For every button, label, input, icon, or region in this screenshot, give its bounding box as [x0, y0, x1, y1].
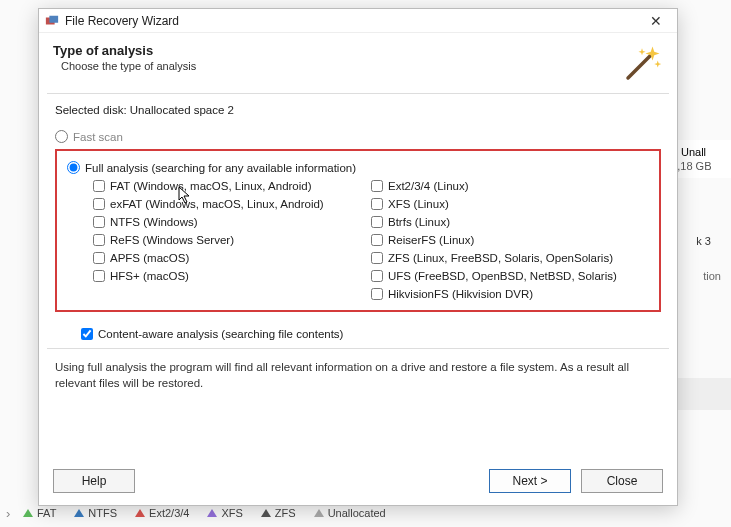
fs-label-hikvision: HikvisionFS (Hikvision DVR): [388, 288, 533, 300]
legend-unallocated: Unallocated: [314, 507, 386, 519]
fs-input-zfs[interactable]: [371, 252, 383, 264]
fs-input-ntfs[interactable]: [93, 216, 105, 228]
svg-marker-5: [639, 48, 646, 55]
wizard-content: Selected disk: Unallocated space 2 Fast …: [39, 94, 677, 459]
fs-checkbox-ext[interactable]: Ext2/3/4 (Linux): [371, 180, 649, 192]
fs-input-apfs[interactable]: [93, 252, 105, 264]
legend-xfs: XFS: [207, 507, 242, 519]
window-title: File Recovery Wizard: [65, 14, 641, 28]
svg-line-2: [628, 55, 651, 78]
content-divider: [47, 348, 669, 349]
fs-input-xfs[interactable]: [371, 198, 383, 210]
fs-checkbox-hikvision[interactable]: HikvisionFS (Hikvision DVR): [371, 288, 649, 300]
expand-caret-icon[interactable]: ›: [6, 506, 10, 521]
fs-label-ext: Ext2/3/4 (Linux): [388, 180, 469, 192]
app-icon: [45, 14, 59, 28]
fs-label-btrfs: Btrfs (Linux): [388, 216, 450, 228]
info-text: Using full analysis the program will fin…: [55, 359, 661, 391]
wizard-dialog: File Recovery Wizard ✕ Type of analysis …: [38, 8, 678, 506]
fs-checkbox-ufs[interactable]: UFS (FreeBSD, OpenBSD, NetBSD, Solaris): [371, 270, 649, 282]
fs-label-reiserfs: ReiserFS (Linux): [388, 234, 474, 246]
fast-scan-label: Fast scan: [73, 131, 123, 143]
close-dialog-button[interactable]: Close: [581, 469, 663, 493]
page-subtitle: Choose the type of analysis: [61, 60, 621, 72]
fs-checkbox-xfs[interactable]: XFS (Linux): [371, 198, 649, 210]
legend-fat: FAT: [23, 507, 56, 519]
fs-label-fat: FAT (Windows, macOS, Linux, Android): [110, 180, 312, 192]
legend-zfs: ZFS: [261, 507, 296, 519]
fs-input-exfat[interactable]: [93, 198, 105, 210]
fs-checkbox-reiserfs[interactable]: ReiserFS (Linux): [371, 234, 649, 246]
fast-scan-radio[interactable]: Fast scan: [55, 130, 661, 143]
legend-ntfs: NTFS: [74, 507, 117, 519]
fs-checkbox-btrfs[interactable]: Btrfs (Linux): [371, 216, 649, 228]
fs-checkbox-refs[interactable]: ReFS (Windows Server): [93, 234, 371, 246]
fs-label-apfs: APFS (macOS): [110, 252, 189, 264]
fs-input-ufs[interactable]: [371, 270, 383, 282]
bg-fragment-tion: tion: [703, 270, 721, 282]
titlebar: File Recovery Wizard ✕: [39, 9, 677, 33]
fs-label-exfat: exFAT (Windows, macOS, Linux, Android): [110, 198, 324, 210]
fs-checkbox-fat[interactable]: FAT (Windows, macOS, Linux, Android): [93, 180, 371, 192]
fs-input-btrfs[interactable]: [371, 216, 383, 228]
bg-unalloc-label: Unall: [681, 146, 706, 158]
fs-legend-bar: FAT NTFS Ext2/3/4 XFS ZFS Unallocated: [15, 505, 731, 521]
legend-ext: Ext2/3/4: [135, 507, 189, 519]
fs-input-ext[interactable]: [371, 180, 383, 192]
help-button[interactable]: Help: [53, 469, 135, 493]
fs-checkbox-zfs[interactable]: ZFS (Linux, FreeBSD, Solaris, OpenSolari…: [371, 252, 649, 264]
fs-input-refs[interactable]: [93, 234, 105, 246]
fs-checkbox-hfsplus[interactable]: HFS+ (macOS): [93, 270, 371, 282]
highlight-box: Full analysis (searching for any availab…: [55, 149, 661, 312]
fs-input-hfsplus[interactable]: [93, 270, 105, 282]
close-button[interactable]: ✕: [641, 13, 671, 29]
wizard-wand-icon: [621, 43, 663, 85]
fs-column-right: Ext2/3/4 (Linux)XFS (Linux)Btrfs (Linux)…: [371, 180, 649, 300]
fs-input-fat[interactable]: [93, 180, 105, 192]
fs-input-hikvision[interactable]: [371, 288, 383, 300]
fs-checkbox-apfs[interactable]: APFS (macOS): [93, 252, 371, 264]
svg-rect-1: [49, 15, 58, 22]
content-aware-input[interactable]: [81, 328, 93, 340]
full-analysis-input[interactable]: [67, 161, 80, 174]
selected-disk-label: Selected disk: Unallocated space 2: [55, 104, 661, 116]
fast-scan-input[interactable]: [55, 130, 68, 143]
fs-label-zfs: ZFS (Linux, FreeBSD, Solaris, OpenSolari…: [388, 252, 613, 264]
bg-fragment-k3: k 3: [696, 235, 711, 247]
filesystem-grid: FAT (Windows, macOS, Linux, Android)exFA…: [93, 180, 649, 300]
page-title: Type of analysis: [53, 43, 621, 58]
full-analysis-radio[interactable]: Full analysis (searching for any availab…: [67, 161, 649, 174]
next-button[interactable]: Next >: [489, 469, 571, 493]
fs-label-xfs: XFS (Linux): [388, 198, 449, 210]
fs-label-ntfs: NTFS (Windows): [110, 216, 198, 228]
full-analysis-label: Full analysis (searching for any availab…: [85, 162, 356, 174]
fs-label-ufs: UFS (FreeBSD, OpenBSD, NetBSD, Solaris): [388, 270, 617, 282]
fs-checkbox-exfat[interactable]: exFAT (Windows, macOS, Linux, Android): [93, 198, 371, 210]
fs-label-hfsplus: HFS+ (macOS): [110, 270, 189, 282]
fs-label-refs: ReFS (Windows Server): [110, 234, 234, 246]
content-aware-label: Content-aware analysis (searching file c…: [98, 328, 343, 340]
fs-checkbox-ntfs[interactable]: NTFS (Windows): [93, 216, 371, 228]
wizard-footer: Help Next > Close: [39, 459, 677, 505]
content-aware-checkbox[interactable]: Content-aware analysis (searching file c…: [81, 328, 661, 340]
fs-input-reiserfs[interactable]: [371, 234, 383, 246]
fs-column-left: FAT (Windows, macOS, Linux, Android)exFA…: [93, 180, 371, 300]
svg-marker-4: [654, 61, 661, 68]
wizard-header: Type of analysis Choose the type of anal…: [39, 33, 677, 93]
